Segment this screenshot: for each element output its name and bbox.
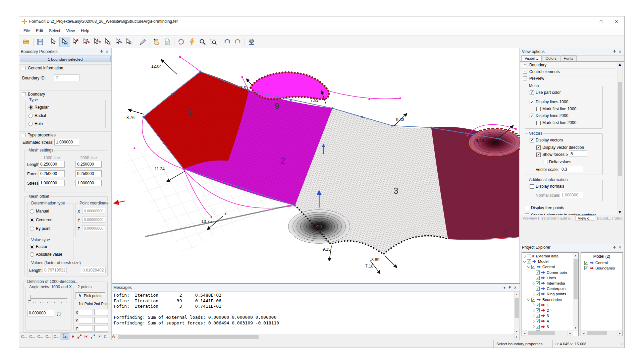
type-radio-hole[interactable]: Hole [29,121,43,126]
dock-tab-rect-red[interactable] [83,334,90,340]
messages-vertical-scrollbar[interactable]: ▲ ▼ [514,292,520,334]
scroll-right-icon[interactable]: ► [617,330,623,336]
point1-x-field[interactable] [79,309,93,315]
scroll-up-icon[interactable]: ▲ [618,62,623,67]
close-icon[interactable]: ✕ [617,245,623,250]
toolbar-select-area-button[interactable] [124,37,135,47]
close-icon[interactable]: ✕ [617,49,623,54]
angle-slider-thumb[interactable] [28,295,31,301]
dock-tab-C[interactable]: C... [20,334,28,340]
scroll-down-icon[interactable]: ▼ [618,210,623,215]
tree-item-ring-points[interactable]: ✓Ring points [522,291,573,297]
length-2000-field[interactable]: 0.250000 [75,161,102,168]
offset-length-1-field[interactable]: 0.79719532 [43,267,67,273]
visibility-checkbox[interactable]: ✓ [536,308,540,312]
menu-item-edit[interactable]: Edit [33,27,46,34]
visibility-checkbox[interactable]: ✓ [536,319,540,323]
toolbar-zoom-window-button[interactable] [208,37,219,47]
expand-icon[interactable]: + [523,70,527,74]
close-button[interactable]: ✕ [609,16,624,26]
collapse-icon[interactable]: − [22,92,26,96]
visibility-checkbox[interactable]: ✓ [536,303,540,307]
membrane-part-9-blob[interactable] [251,72,329,100]
toolbar-pan-add-button[interactable] [151,37,162,47]
determination-radio-by-point[interactable]: By point [30,226,50,231]
expand-chevron-icon[interactable] [523,254,526,258]
expand-chevron-icon[interactable] [532,319,535,323]
tree-item-4[interactable]: ✓4 [522,318,573,324]
row-preview[interactable]: − PreView [520,75,616,82]
dock-tab-C[interactable]: C... [103,334,111,340]
menu-item-view[interactable]: View [63,27,78,34]
section-boundary[interactable]: − Boundary [19,90,111,97]
display-lines-2000-checkbox[interactable]: ✓Display lines 2000 [530,113,568,118]
tree-item-model[interactable]: ✓Model [522,259,573,264]
scroll-down-icon[interactable]: ▼ [514,329,520,334]
collapse-icon[interactable]: − [22,133,26,137]
mark-first-line-1000-checkbox[interactable]: Mark first line 1000 [536,106,576,112]
dock-tab-viewo[interactable]: View o... [576,216,595,221]
tree-item-intermedia[interactable]: ✓Intermedia [522,281,573,286]
close-icon[interactable]: ✕ [104,49,110,54]
pin-icon[interactable] [99,49,104,54]
toolbar-select-button[interactable] [49,37,59,47]
scroll-left-icon[interactable]: ◄ [581,330,586,336]
toolbar-select-line-button[interactable] [81,37,92,47]
estimated-stress-field[interactable]: 1.000000 [54,139,79,145]
visibility-checkbox[interactable]: ✓ [536,314,540,318]
dock-tab-C[interactable]: C... [36,334,44,340]
toolbar-draw-line-button[interactable] [138,37,148,47]
dock-tab-edito[interactable]: Edit o... [559,216,575,220]
tree-horizontal-scrollbar[interactable]: ◄ ► [522,330,573,336]
model-item-boundaries[interactable]: ✓Boundaries [584,265,623,271]
visibility-checkbox[interactable]: ✓ [536,276,540,280]
menu-item-file[interactable]: File [20,27,33,34]
model-summary-panel[interactable]: Model (2) ✓Control✓Boundaries ◄ ► [581,252,623,336]
tree-item-centerpoin[interactable]: ✓Centerpoin [522,286,573,291]
toolbar-select-box-button[interactable] [102,37,113,47]
section-general-information[interactable]: − General information [19,64,111,71]
force-2000-field[interactable]: 0.250000 [75,170,102,177]
tree-item-1[interactable]: ✓1 [522,302,573,308]
toolbar-redo-button[interactable] [232,37,243,47]
tree-item-lines[interactable]: ✓Lines [522,275,573,281]
expand-chevron-icon[interactable] [532,309,535,312]
toolbar-undo-button[interactable] [222,37,232,47]
dock-tab-pointer-rect[interactable] [61,333,69,340]
boundary-id-field[interactable]: 2 [54,74,79,81]
visibility-checkbox[interactable]: ✓ [536,287,540,291]
determination-radio-centered[interactable]: Centered [30,217,52,223]
normal-scale-field[interactable]: 1.000000 [560,192,583,198]
angle-field[interactable]: 0.000000 [27,310,54,316]
dock-tab-C[interactable]: C... [44,334,52,340]
tree-item-boundaries[interactable]: ✓Boundaries [522,297,573,302]
expand-chevron-icon[interactable] [532,325,535,328]
use-part-color-checkbox[interactable]: ✓Use part color [530,90,561,95]
stress-2000-field[interactable]: 1.000000 [75,180,102,186]
expand-chevron-icon[interactable] [532,282,535,285]
expand-icon[interactable]: + [523,63,527,67]
dock-tab-line-blue[interactable] [90,334,96,340]
dock-tab-C[interactable]: C... [28,334,36,340]
dock-tab-rect-blue[interactable] [96,334,103,340]
close-icon[interactable]: ✕ [513,285,518,290]
dock-tab-A[interactable]: A... [111,334,119,340]
offset-length-2-field[interactable]: 0.61029402 [81,267,106,273]
toolbar-save-button[interactable] [35,37,46,47]
menu-item-select[interactable]: Select [46,27,63,34]
toolbar-select-segment-button[interactable] [92,37,102,47]
display-free-points-checkbox[interactable]: Display free points [525,205,564,210]
row-boundary[interactable]: + Boundary [520,62,616,69]
messages-horizontal-scrollbar[interactable]: ◄ ► [112,334,520,340]
visibility-checkbox[interactable]: ✓ [584,261,588,265]
visibility-checkbox[interactable]: ✓ [531,298,535,302]
tab-visibility[interactable]: Visibility [521,55,542,61]
toolbar-zoom-button[interactable] [197,37,208,47]
expand-chevron-icon[interactable] [532,314,535,317]
resize-grip[interactable] [620,342,624,346]
visibility-checkbox[interactable]: ✓ [536,292,540,296]
tab-colors[interactable]: Colors [542,55,560,61]
3d-viewport[interactable]: 12.047.517.928.769.339.4511.2413.759.158… [112,48,520,284]
collapse-icon[interactable]: − [22,66,26,70]
tree-item-corner-poin[interactable]: ✓Corner poin [522,270,573,275]
